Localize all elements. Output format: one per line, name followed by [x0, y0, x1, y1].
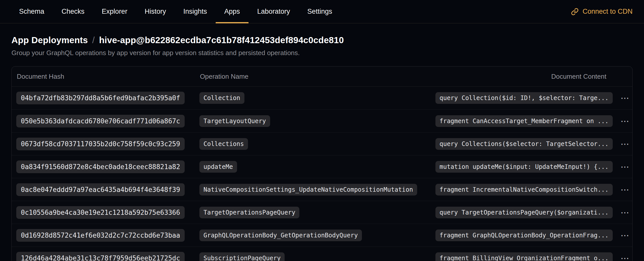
document-hash-pill: 0a834f91560d872e8c4bec0ade18ceec88821a82 — [16, 160, 185, 173]
table-row: 0ac8e047eddd97a97eac6435a4b694f4e3648f39… — [12, 178, 632, 201]
document-hash-cell: 0a834f91560d872e8c4bec0ade18ceec88821a82 — [12, 160, 195, 173]
nav-tab-label: Schema — [19, 8, 44, 15]
nav-tab-laboratory[interactable]: Laboratory — [248, 0, 299, 23]
operation-name-cell: NativeCompositionSettings_UpdateNativeCo… — [195, 184, 435, 195]
operation-name-pill: Collection — [199, 92, 244, 104]
document-content-pill: query TargetOperationsPageQuery($organiz… — [435, 207, 613, 218]
document-content-cell: query Collections($selector: TargetSelec… — [435, 138, 613, 150]
row-actions-cell: ⋯ — [613, 207, 633, 218]
operation-name-cell: Collection — [195, 92, 435, 104]
nav-tab-label: Insights — [183, 8, 207, 15]
page-subtitle: Group your GraphQL operations by app ver… — [11, 49, 633, 57]
document-content-cell: fragment IncrementalNativeCompositionSwi… — [435, 184, 613, 195]
column-header-document-content: Document Content — [435, 73, 608, 80]
document-hash-pill: 050e5b363dafdcacd6780e706cadf771d06a867c — [16, 115, 185, 127]
table-row: 0673df58cd7037117035b2d0c758f59c0c93c259… — [12, 132, 632, 155]
connect-to-cdn-button[interactable]: Connect to CDN — [571, 8, 633, 15]
nav-tab-settings[interactable]: Settings — [299, 0, 341, 23]
nav-tab-label: Checks — [62, 8, 84, 15]
breadcrumb-root[interactable]: App Deployments — [11, 35, 88, 45]
breadcrumb-separator: / — [92, 35, 95, 45]
nav-tab-label: Settings — [307, 8, 332, 15]
document-content-pill: fragment BillingView_OrganizationFragmen… — [435, 252, 613, 261]
document-hash-cell: 050e5b363dafdcacd6780e706cadf771d06a867c — [12, 115, 195, 127]
ellipsis-menu-icon[interactable]: ⋯ — [618, 93, 632, 103]
nav-tab-checks[interactable]: Checks — [53, 0, 93, 23]
operation-name-pill: GraphQLOperationBody_GetOperationBodyQue… — [199, 230, 362, 241]
nav-tab-insights[interactable]: Insights — [175, 0, 216, 23]
document-content-pill: fragment IncrementalNativeCompositionSwi… — [435, 184, 613, 195]
nav-tab-label: Laboratory — [257, 8, 290, 15]
documents-table: Document Hash Operation Name Document Co… — [11, 66, 633, 261]
row-actions-cell: ⋯ — [613, 253, 633, 261]
table-body: 04bfa72dfb83b297dd8a5b6fed9bafac2b395a0f… — [12, 87, 632, 261]
link-icon — [571, 8, 579, 15]
document-hash-pill: 0c10556a9be4ca30e19e21c1218a592b75e63366 — [16, 206, 185, 219]
operation-name-cell: GraphQLOperationBody_GetOperationBodyQue… — [195, 230, 435, 241]
document-content-pill: fragment CanAccessTarget_MemberFragment … — [435, 115, 613, 127]
document-content-cell: query TargetOperationsPageQuery($organiz… — [435, 207, 613, 218]
document-hash-cell: 0d16928d8572c41ef6e032d2c7c72ccbd6e73baa — [12, 229, 195, 242]
operation-name-cell: TargetLayoutQuery — [195, 115, 435, 127]
breadcrumb-current-app: hive-app@b622862ecdba7c61b78f412453def89… — [99, 35, 344, 45]
row-actions-cell: ⋯ — [613, 161, 633, 172]
ellipsis-menu-icon[interactable]: ⋯ — [618, 230, 632, 241]
document-hash-pill: 04bfa72dfb83b297dd8a5b6fed9bafac2b395a0f — [16, 92, 185, 104]
nav-tab-apps[interactable]: Apps — [216, 0, 249, 23]
document-hash-pill: 0d16928d8572c41ef6e032d2c7c72ccbd6e73baa — [16, 229, 185, 242]
nav-tab-history[interactable]: History — [136, 0, 175, 23]
connect-to-cdn-label: Connect to CDN — [582, 8, 633, 15]
document-content-pill: fragment GraphQLOperationBody_OperationF… — [435, 230, 613, 241]
document-content-cell: fragment GraphQLOperationBody_OperationF… — [435, 230, 613, 241]
document-hash-cell: 04bfa72dfb83b297dd8a5b6fed9bafac2b395a0f — [12, 92, 195, 104]
operation-name-pill: SubscriptionPageQuery — [199, 252, 285, 261]
column-header-document-hash: Document Hash — [12, 73, 195, 80]
nav-tab-label: History — [145, 8, 166, 15]
ellipsis-menu-icon[interactable]: ⋯ — [618, 116, 632, 126]
document-hash-pill: 126d46a4284abe31c13c78f7959d56eeb21725dc — [16, 252, 185, 261]
document-content-pill: mutation updateMe($input: UpdateMeInput!… — [435, 161, 613, 173]
column-header-operation-name: Operation Name — [195, 73, 435, 80]
app-deployment-page: App Deployments / hive-app@b622862ecdba7… — [0, 35, 644, 261]
row-actions-cell: ⋯ — [613, 230, 633, 241]
operation-name-cell: SubscriptionPageQuery — [195, 252, 435, 261]
row-actions-cell: ⋯ — [613, 184, 633, 195]
document-hash-pill: 0673df58cd7037117035b2d0c758f59c0c93c259 — [16, 138, 185, 150]
table-row: 126d46a4284abe31c13c78f7959d56eeb21725dc… — [12, 247, 632, 261]
nav-tab-label: Explorer — [102, 8, 127, 15]
document-hash-cell: 126d46a4284abe31c13c78f7959d56eeb21725dc — [12, 252, 195, 261]
ellipsis-menu-icon[interactable]: ⋯ — [618, 207, 632, 218]
operation-name-cell: Collections — [195, 138, 435, 150]
row-actions-cell: ⋯ — [613, 139, 633, 149]
nav-tab-explorer[interactable]: Explorer — [93, 0, 136, 23]
document-hash-cell: 0ac8e047eddd97a97eac6435a4b694f4e3648f39 — [12, 183, 195, 196]
document-content-pill: query Collection($id: ID!, $selector: Ta… — [435, 92, 613, 104]
document-content-cell: mutation updateMe($input: UpdateMeInput!… — [435, 161, 613, 173]
document-hash-pill: 0ac8e047eddd97a97eac6435a4b694f4e3648f39 — [16, 183, 185, 196]
document-hash-cell: 0673df58cd7037117035b2d0c758f59c0c93c259 — [12, 138, 195, 150]
document-content-pill: query Collections($selector: TargetSelec… — [435, 138, 613, 150]
operation-name-pill: TargetOperationsPageQuery — [199, 207, 299, 218]
operation-name-pill: Collections — [199, 138, 248, 150]
table-row: 0d16928d8572c41ef6e032d2c7c72ccbd6e73baa… — [12, 224, 632, 247]
operation-name-cell: TargetOperationsPageQuery — [195, 207, 435, 218]
table-row: 0a834f91560d872e8c4bec0ade18ceec88821a82… — [12, 155, 632, 178]
ellipsis-menu-icon[interactable]: ⋯ — [618, 139, 632, 149]
ellipsis-menu-icon[interactable]: ⋯ — [618, 253, 632, 261]
operation-name-pill: updateMe — [199, 161, 237, 173]
ellipsis-menu-icon[interactable]: ⋯ — [618, 161, 632, 172]
ellipsis-menu-icon[interactable]: ⋯ — [618, 184, 632, 195]
table-row: 04bfa72dfb83b297dd8a5b6fed9bafac2b395a0f… — [12, 87, 632, 109]
table-row: 050e5b363dafdcacd6780e706cadf771d06a867c… — [12, 109, 632, 132]
operation-name-cell: updateMe — [195, 161, 435, 173]
document-hash-cell: 0c10556a9be4ca30e19e21c1218a592b75e63366 — [12, 206, 195, 219]
document-content-cell: fragment CanAccessTarget_MemberFragment … — [435, 115, 613, 127]
table-row: 0c10556a9be4ca30e19e21c1218a592b75e63366… — [12, 201, 632, 224]
nav-tab-label: Apps — [224, 8, 240, 15]
document-content-cell: fragment BillingView_OrganizationFragmen… — [435, 252, 613, 261]
operation-name-pill: NativeCompositionSettings_UpdateNativeCo… — [199, 184, 417, 195]
row-actions-cell: ⋯ — [613, 116, 633, 126]
document-content-cell: query Collection($id: ID!, $selector: Ta… — [435, 92, 613, 104]
nav-tab-schema[interactable]: Schema — [10, 0, 53, 23]
table-header-row: Document Hash Operation Name Document Co… — [12, 67, 632, 87]
